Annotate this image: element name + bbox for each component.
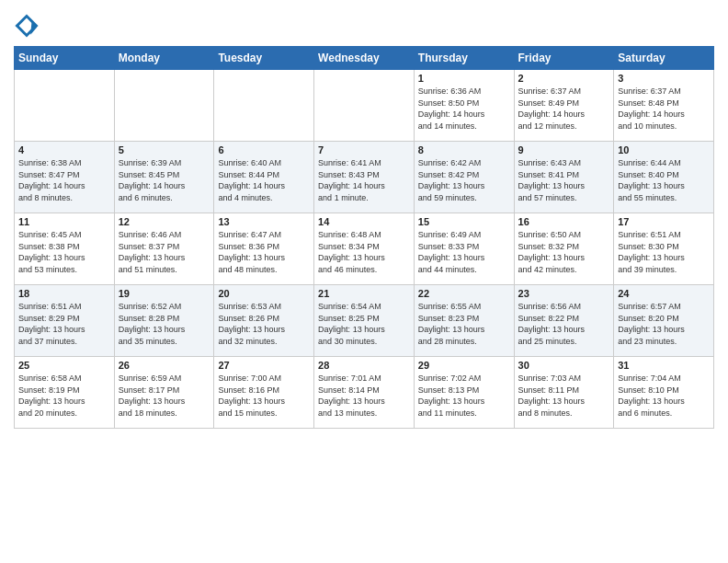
day-number: 13 bbox=[218, 216, 310, 227]
day-number: 8 bbox=[418, 144, 510, 155]
day-number: 17 bbox=[618, 216, 710, 227]
week-row-4: 18Sunrise: 6:51 AM Sunset: 8:29 PM Dayli… bbox=[15, 285, 714, 357]
calendar-cell: 8Sunrise: 6:42 AM Sunset: 8:42 PM Daylig… bbox=[414, 142, 514, 213]
calendar-cell: 30Sunrise: 7:03 AM Sunset: 8:11 PM Dayli… bbox=[514, 357, 614, 429]
day-number: 12 bbox=[119, 216, 210, 227]
calendar-header-row: SundayMondayTuesdayWednesdayThursdayFrid… bbox=[15, 47, 714, 70]
day-info: Sunrise: 6:56 AM Sunset: 8:22 PM Dayligh… bbox=[518, 301, 610, 347]
day-number: 29 bbox=[418, 360, 510, 371]
header-sunday: Sunday bbox=[15, 47, 115, 70]
calendar-cell: 15Sunrise: 6:49 AM Sunset: 8:33 PM Dayli… bbox=[414, 213, 514, 285]
day-info: Sunrise: 6:40 AM Sunset: 8:44 PM Dayligh… bbox=[218, 157, 310, 203]
day-number: 1 bbox=[418, 73, 510, 84]
calendar-cell: 2Sunrise: 6:37 AM Sunset: 8:49 PM Daylig… bbox=[514, 70, 614, 142]
calendar-cell: 27Sunrise: 7:00 AM Sunset: 8:16 PM Dayli… bbox=[214, 357, 314, 429]
calendar-cell: 21Sunrise: 6:54 AM Sunset: 8:25 PM Dayli… bbox=[314, 285, 415, 357]
header-wednesday: Wednesday bbox=[314, 47, 415, 70]
day-info: Sunrise: 6:51 AM Sunset: 8:30 PM Dayligh… bbox=[618, 229, 710, 275]
day-number: 30 bbox=[518, 360, 610, 371]
day-number: 28 bbox=[318, 360, 410, 371]
calendar-cell: 26Sunrise: 6:59 AM Sunset: 8:17 PM Dayli… bbox=[114, 357, 214, 429]
day-number: 2 bbox=[518, 73, 610, 84]
calendar-cell: 19Sunrise: 6:52 AM Sunset: 8:28 PM Dayli… bbox=[114, 285, 214, 357]
day-info: Sunrise: 6:39 AM Sunset: 8:45 PM Dayligh… bbox=[119, 157, 210, 203]
day-number: 23 bbox=[518, 288, 610, 299]
day-info: Sunrise: 6:43 AM Sunset: 8:41 PM Dayligh… bbox=[518, 157, 610, 203]
header-thursday: Thursday bbox=[414, 47, 514, 70]
day-info: Sunrise: 6:58 AM Sunset: 8:19 PM Dayligh… bbox=[18, 373, 110, 419]
week-row-1: 1Sunrise: 6:36 AM Sunset: 8:50 PM Daylig… bbox=[15, 70, 714, 142]
header-tuesday: Tuesday bbox=[214, 47, 314, 70]
day-number: 20 bbox=[218, 288, 310, 299]
calendar-cell: 5Sunrise: 6:39 AM Sunset: 8:45 PM Daylig… bbox=[114, 142, 214, 213]
header-friday: Friday bbox=[514, 47, 614, 70]
day-number: 24 bbox=[618, 288, 710, 299]
calendar-cell bbox=[15, 70, 115, 142]
day-info: Sunrise: 6:47 AM Sunset: 8:36 PM Dayligh… bbox=[218, 229, 310, 275]
calendar-cell: 11Sunrise: 6:45 AM Sunset: 8:38 PM Dayli… bbox=[15, 213, 115, 285]
day-info: Sunrise: 6:48 AM Sunset: 8:34 PM Dayligh… bbox=[318, 229, 410, 275]
day-number: 7 bbox=[318, 144, 410, 155]
calendar-cell: 24Sunrise: 6:57 AM Sunset: 8:20 PM Dayli… bbox=[614, 285, 714, 357]
day-info: Sunrise: 6:45 AM Sunset: 8:38 PM Dayligh… bbox=[18, 229, 110, 275]
day-info: Sunrise: 7:01 AM Sunset: 8:14 PM Dayligh… bbox=[318, 373, 410, 419]
week-row-5: 25Sunrise: 6:58 AM Sunset: 8:19 PM Dayli… bbox=[15, 357, 714, 429]
day-number: 18 bbox=[18, 288, 110, 299]
logo-icon bbox=[14, 13, 40, 39]
day-number: 25 bbox=[18, 360, 110, 371]
calendar-cell: 9Sunrise: 6:43 AM Sunset: 8:41 PM Daylig… bbox=[514, 142, 614, 213]
day-number: 31 bbox=[618, 360, 710, 371]
day-info: Sunrise: 6:36 AM Sunset: 8:50 PM Dayligh… bbox=[418, 86, 510, 132]
day-number: 19 bbox=[119, 288, 210, 299]
calendar-table: SundayMondayTuesdayWednesdayThursdayFrid… bbox=[14, 46, 714, 429]
calendar-cell: 20Sunrise: 6:53 AM Sunset: 8:26 PM Dayli… bbox=[214, 285, 314, 357]
day-info: Sunrise: 7:03 AM Sunset: 8:11 PM Dayligh… bbox=[518, 373, 610, 419]
day-number: 5 bbox=[119, 144, 210, 155]
calendar-cell: 16Sunrise: 6:50 AM Sunset: 8:32 PM Dayli… bbox=[514, 213, 614, 285]
day-number: 11 bbox=[18, 216, 110, 227]
header-monday: Monday bbox=[114, 47, 214, 70]
day-number: 27 bbox=[218, 360, 310, 371]
day-info: Sunrise: 6:44 AM Sunset: 8:40 PM Dayligh… bbox=[618, 157, 710, 203]
day-number: 21 bbox=[318, 288, 410, 299]
day-info: Sunrise: 6:46 AM Sunset: 8:37 PM Dayligh… bbox=[119, 229, 210, 275]
day-info: Sunrise: 7:04 AM Sunset: 8:10 PM Dayligh… bbox=[618, 373, 710, 419]
day-number: 4 bbox=[18, 144, 110, 155]
calendar-cell: 1Sunrise: 6:36 AM Sunset: 8:50 PM Daylig… bbox=[414, 70, 514, 142]
calendar-cell: 10Sunrise: 6:44 AM Sunset: 8:40 PM Dayli… bbox=[614, 142, 714, 213]
day-info: Sunrise: 6:51 AM Sunset: 8:29 PM Dayligh… bbox=[18, 301, 110, 347]
logo bbox=[14, 13, 43, 39]
calendar-cell: 4Sunrise: 6:38 AM Sunset: 8:47 PM Daylig… bbox=[15, 142, 115, 213]
day-number: 26 bbox=[119, 360, 210, 371]
day-number: 6 bbox=[218, 144, 310, 155]
calendar-cell: 29Sunrise: 7:02 AM Sunset: 8:13 PM Dayli… bbox=[414, 357, 514, 429]
day-number: 3 bbox=[618, 73, 710, 84]
calendar-cell: 22Sunrise: 6:55 AM Sunset: 8:23 PM Dayli… bbox=[414, 285, 514, 357]
day-info: Sunrise: 6:37 AM Sunset: 8:48 PM Dayligh… bbox=[618, 86, 710, 132]
day-number: 22 bbox=[418, 288, 510, 299]
day-info: Sunrise: 6:53 AM Sunset: 8:26 PM Dayligh… bbox=[218, 301, 310, 347]
day-info: Sunrise: 7:02 AM Sunset: 8:13 PM Dayligh… bbox=[418, 373, 510, 419]
day-number: 14 bbox=[318, 216, 410, 227]
calendar-cell: 6Sunrise: 6:40 AM Sunset: 8:44 PM Daylig… bbox=[214, 142, 314, 213]
main-container: SundayMondayTuesdayWednesdayThursdayFrid… bbox=[0, 0, 728, 438]
calendar-cell bbox=[314, 70, 415, 142]
day-info: Sunrise: 6:41 AM Sunset: 8:43 PM Dayligh… bbox=[318, 157, 410, 203]
header bbox=[14, 9, 714, 39]
calendar-cell: 23Sunrise: 6:56 AM Sunset: 8:22 PM Dayli… bbox=[514, 285, 614, 357]
day-info: Sunrise: 6:49 AM Sunset: 8:33 PM Dayligh… bbox=[418, 229, 510, 275]
calendar-cell: 17Sunrise: 6:51 AM Sunset: 8:30 PM Dayli… bbox=[614, 213, 714, 285]
day-number: 9 bbox=[518, 144, 610, 155]
calendar-cell: 7Sunrise: 6:41 AM Sunset: 8:43 PM Daylig… bbox=[314, 142, 415, 213]
day-number: 10 bbox=[618, 144, 710, 155]
day-number: 16 bbox=[518, 216, 610, 227]
day-info: Sunrise: 6:42 AM Sunset: 8:42 PM Dayligh… bbox=[418, 157, 510, 203]
calendar-cell: 3Sunrise: 6:37 AM Sunset: 8:48 PM Daylig… bbox=[614, 70, 714, 142]
calendar-cell: 25Sunrise: 6:58 AM Sunset: 8:19 PM Dayli… bbox=[15, 357, 115, 429]
calendar-cell bbox=[214, 70, 314, 142]
day-info: Sunrise: 6:50 AM Sunset: 8:32 PM Dayligh… bbox=[518, 229, 610, 275]
day-info: Sunrise: 6:54 AM Sunset: 8:25 PM Dayligh… bbox=[318, 301, 410, 347]
calendar-cell: 13Sunrise: 6:47 AM Sunset: 8:36 PM Dayli… bbox=[214, 213, 314, 285]
day-info: Sunrise: 6:55 AM Sunset: 8:23 PM Dayligh… bbox=[418, 301, 510, 347]
week-row-3: 11Sunrise: 6:45 AM Sunset: 8:38 PM Dayli… bbox=[15, 213, 714, 285]
